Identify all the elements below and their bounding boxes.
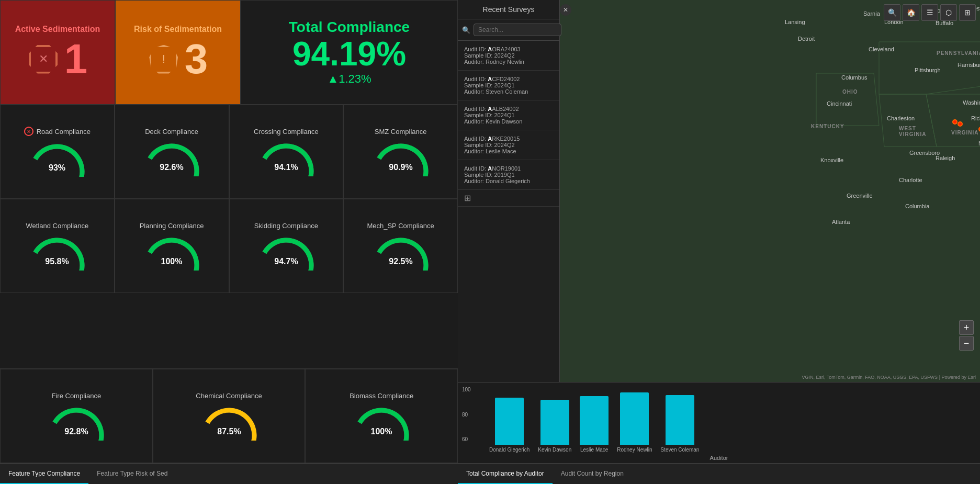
chart-bar [580, 396, 609, 445]
chart-x-axis-label: Auditor [458, 453, 980, 463]
chart-bar-group: Leslie Mace [580, 396, 609, 453]
tabs-bottom-left: Feature Type Compliance Feature Type Ris… [0, 463, 458, 484]
gauge-svg-container: 90.9% [369, 139, 432, 176]
survey-panel: Recent Surveys 🔍 Audit ID: AORA24003 Sam… [458, 0, 560, 382]
gauge-svg-container: 100% [140, 233, 203, 271]
gauge-cell: SMZ Compliance 90.9% [343, 105, 458, 199]
tab-feature-type-compliance[interactable]: Feature Type Compliance [0, 464, 88, 484]
active-sed-icon: ✕ [28, 43, 59, 75]
svg-text:100%: 100% [371, 427, 392, 436]
survey-list-item[interactable]: Audit ID: AORA24003 Sample ID: 2024Q2 Au… [458, 41, 559, 71]
gauge-svg-container: 92.8% [45, 403, 108, 441]
survey-search-row: 🔍 [458, 19, 559, 41]
zoom-out-btn[interactable]: − [959, 336, 974, 351]
svg-text:95.8%: 95.8% [46, 257, 69, 266]
chart-bar-label: Donald Giegerich [489, 447, 530, 453]
risk-sed-title: Risk of Sedimentation [134, 25, 222, 34]
survey-list-item[interactable]: Audit ID: AALB24002 Sample ID: 2024Q1 Au… [458, 100, 559, 130]
tab-feature-type-risk[interactable]: Feature Type Risk of Sed [88, 464, 176, 484]
gauge-cell: Planning Compliance 100% [115, 199, 229, 293]
chart-bars: Donald GiegerichKevin DawsonLeslie MaceR… [484, 382, 980, 453]
right-panel: Recent Surveys 🔍 Audit ID: AORA24003 Sam… [458, 0, 980, 484]
gauge-label: Fire Compliance [52, 392, 102, 400]
chart-bar [540, 400, 569, 445]
main-layout: Active Sedimentation ✕ 1 Risk of Sedimen… [0, 0, 980, 484]
survey-list-item[interactable]: Audit ID: ANOR19001 Sample ID: 2019Q1 Au… [458, 160, 559, 190]
tab-audit-count-by-region[interactable]: Audit Count by Region [553, 464, 632, 484]
survey-filter-icon[interactable]: ⊞ [458, 190, 559, 207]
map-location-dot [952, 119, 958, 125]
risk-sed-card: Risk of Sedimentation ! 3 [115, 0, 241, 105]
svg-text:92.5%: 92.5% [389, 257, 412, 266]
chart-bar-label: Steven Coleman [660, 447, 699, 453]
gauge-cell: ✕Road Compliance 93% [0, 105, 115, 199]
survey-search-input[interactable] [474, 24, 561, 36]
chart-bar-label: Rodney Newlin [617, 447, 652, 453]
map-toolbar: 🔍 🏠 ☰ ⬡ ⊞ [884, 4, 976, 21]
panel-close-btn[interactable]: ✕ [560, 4, 571, 16]
gauge-svg-container: 92.6% [140, 139, 203, 176]
chart-bar-group: Steven Coleman [660, 395, 699, 453]
compliance-pct: 94.19% [292, 36, 406, 72]
chart-y-label-60: 60 [462, 436, 482, 442]
svg-text:93%: 93% [49, 163, 65, 172]
gauge-svg-container: 100% [350, 403, 413, 441]
search-tool-btn[interactable]: 🔍 [884, 4, 900, 21]
gauge-label: Biomass Compliance [350, 392, 413, 400]
bottom-gauge-cell: Fire Compliance 92.8% [0, 369, 153, 463]
risk-sed-icon-num: ! 3 [148, 38, 208, 80]
compliance-change: ▲1.23% [327, 72, 371, 86]
compliance-title: Total Compliance [289, 19, 410, 36]
gauge-svg-container: 94.1% [255, 139, 318, 176]
chart-bar [620, 392, 649, 445]
chart-bar-group: Kevin Dawson [538, 400, 571, 453]
gauge-label: Planning Compliance [140, 222, 204, 230]
gauge-label: ✕Road Compliance [24, 127, 91, 136]
bottom-gauge-cell: Chemical Compliance 87.5% [153, 369, 306, 463]
layer-tool-btn[interactable]: ⬡ [940, 4, 957, 21]
gauge-cell: Wetland Compliance 95.8% [0, 199, 115, 293]
active-sed-title: Active Sedimentation [15, 25, 100, 34]
chart-bar [666, 395, 694, 445]
gauge-cell: Mech_SP Compliance 92.5% [343, 199, 458, 293]
active-sed-value: 1 [64, 38, 88, 80]
grid-tool-btn[interactable]: ⊞ [959, 4, 976, 21]
gauge-cell: Crossing Compliance 94.1% [229, 105, 344, 199]
svg-text:90.9%: 90.9% [389, 163, 412, 172]
tab-total-compliance-by-auditor[interactable]: Total Compliance by Auditor [458, 464, 553, 484]
gauge-label: Mech_SP Compliance [367, 222, 434, 230]
total-compliance-card: Total Compliance 94.19% ▲1.23% [241, 0, 458, 105]
map-attribution: VGIN, Esri, TomTom, Garmin, FAO, NOAA, U… [802, 375, 976, 380]
gauge-cell: Skidding Compliance 94.7% [229, 199, 344, 293]
chart-bar-group: Donald Giegerich [489, 398, 530, 453]
gauge-label: Skidding Compliance [254, 222, 318, 230]
svg-text:94.1%: 94.1% [274, 163, 298, 172]
chart-area: 100 80 60 Donald GiegerichKevin DawsonLe… [458, 382, 980, 484]
search-icon: 🔍 [462, 26, 470, 34]
risk-sed-value: 3 [185, 38, 208, 80]
gauge-label: SMZ Compliance [375, 128, 427, 136]
svg-text:92.8%: 92.8% [64, 427, 88, 436]
list-tool-btn[interactable]: ☰ [921, 4, 938, 21]
gauge-svg-container: 92.5% [369, 233, 432, 271]
chart-y-label-80: 80 [462, 412, 482, 418]
gauge-svg-container: 95.8% [26, 233, 88, 271]
home-tool-btn[interactable]: 🏠 [903, 4, 919, 21]
svg-text:100%: 100% [161, 257, 183, 266]
bottom-gauge-row: Fire Compliance 92.8% Chemical Complianc… [0, 368, 458, 463]
survey-items-list: Audit ID: AORA24003 Sample ID: 2024Q2 Au… [458, 41, 559, 190]
chart-bar [495, 398, 524, 445]
active-sed-icon-num: ✕ 1 [28, 38, 88, 80]
gauge-label: Crossing Compliance [254, 128, 319, 136]
gauge-svg-container: 93% [26, 139, 88, 177]
gauge-cell: Deck Compliance 92.6% [115, 105, 229, 199]
chart-bar-group: Rodney Newlin [617, 392, 652, 453]
chart-y-label-100: 100 [462, 387, 482, 392]
chart-bar-label: Kevin Dawson [538, 447, 571, 453]
survey-list-item[interactable]: Audit ID: ACFD24002 Sample ID: 2024Q1 Au… [458, 71, 559, 100]
tabs-bottom-right: Total Compliance by Auditor Audit Count … [458, 463, 980, 484]
zoom-in-btn[interactable]: + [959, 320, 974, 335]
gauge-label: Deck Compliance [145, 128, 198, 136]
survey-list-item[interactable]: Audit ID: ARKE20015 Sample ID: 2024Q2 Au… [458, 130, 559, 160]
map-zoom-controls: + − [959, 320, 974, 351]
